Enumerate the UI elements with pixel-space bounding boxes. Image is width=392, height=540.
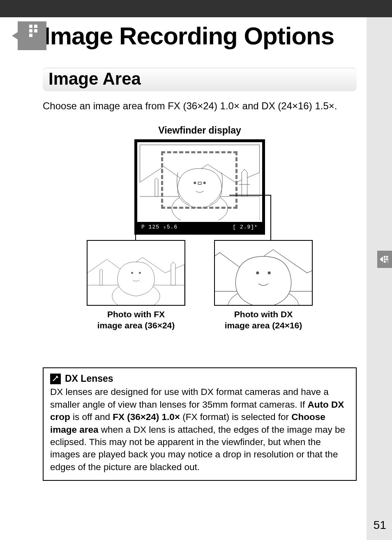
image-area-diagram: Viewfinder display [43,125,357,343]
svg-rect-6 [384,261,385,263]
note-text: DX lenses are designed for use with DX f… [50,387,329,409]
svg-rect-2 [384,256,385,258]
svg-rect-10 [34,29,37,32]
svg-point-30 [268,272,271,275]
dx-caption-2: image area (24×16) [225,321,302,330]
svg-rect-5 [386,258,388,260]
page-content: Image Recording Options Image Area Choos… [20,17,367,481]
dx-caption-1: Photo with DX [234,309,293,319]
fx-example-image [87,240,185,306]
top-bar [0,0,392,17]
dx-example-image [214,240,313,306]
svg-point-29 [256,272,259,275]
svg-rect-8 [34,25,37,28]
svg-rect-3 [386,256,388,258]
svg-rect-9 [29,29,32,32]
note-bold: FX (36×24) 1.0× [113,412,180,422]
vf-status-left: P 125 ₅5.6 [141,224,178,230]
svg-marker-21 [171,262,175,286]
svg-rect-4 [384,258,385,260]
svg-marker-13 [242,169,247,196]
lead-line [270,195,271,244]
dx-lenses-note: DX Lenses DX lenses are designed for use… [43,367,357,481]
svg-marker-22 [100,269,102,285]
svg-rect-11 [29,34,32,37]
note-title-text: DX Lenses [65,373,113,384]
chapter-icon [18,21,46,50]
chapter-title: Image Recording Options [20,23,357,49]
viewfinder-status-bar: P 125 ₅5.6 [ 2.9]ᵏ [137,222,262,232]
svg-point-25 [139,272,141,274]
fx-caption-1: Photo with FX [107,309,165,319]
section-heading-bar: Image Area [43,68,357,91]
intro-paragraph: Choose an image area from FX (36×24) 1.0… [43,99,357,113]
vf-status-right: [ 2.9]ᵏ [233,224,258,230]
fx-example: Photo with FX image area (36×24) [87,240,185,331]
section-tab-icon [380,255,390,264]
right-margin-strip [367,17,392,540]
svg-marker-0 [380,256,383,262]
note-text: (FX format) is selected for [180,412,291,422]
section-thumb-tab [377,251,392,268]
section-title: Image Area [48,69,351,89]
lead-line [229,195,271,196]
svg-rect-7 [29,25,32,28]
note-icon [50,374,61,384]
page-number: 51 [374,519,386,532]
viewfinder-illustration: P 125 ₅5.6 [ 2.9]ᵏ [134,139,265,235]
note-body: DX lenses are designed for use with DX f… [50,386,349,473]
dx-example: Photo with DX image area (24×16) [214,240,313,331]
svg-marker-15 [155,178,158,197]
svg-point-24 [131,272,133,274]
lead-line [135,186,136,244]
note-text: is off and [70,412,113,422]
viewfinder-label: Viewfinder display [43,125,357,136]
fx-caption-2: image area (36×24) [97,321,175,330]
dx-crop-outline [161,151,238,209]
